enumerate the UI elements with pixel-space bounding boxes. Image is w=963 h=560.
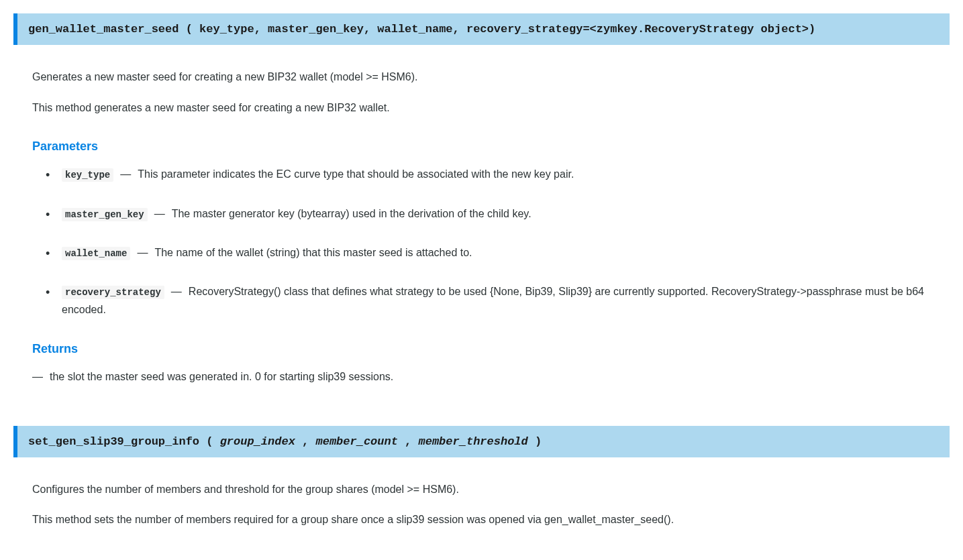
paren-open: ( <box>199 435 220 448</box>
function-summary: Generates a new master seed for creating… <box>32 68 936 86</box>
sig-default: <zymkey.RecoveryStrategy object> <box>590 23 809 36</box>
function-content: Generates a new master seed for creating… <box>13 68 950 386</box>
param-name: wallet_name <box>62 247 130 260</box>
sig-param: recovery_strategy <box>466 23 582 36</box>
sig-sep: , <box>453 23 466 36</box>
paren-close: ) <box>528 435 542 448</box>
param-name: master_gen_key <box>62 208 148 221</box>
returns-description: —the slot the master seed was generated … <box>32 368 936 386</box>
parameters-heading: Parameters <box>32 139 936 154</box>
parameter-item: master_gen_key—The master generator key … <box>46 205 936 223</box>
parameter-item: wallet_name—The name of the wallet (stri… <box>46 244 936 262</box>
mdash: — <box>32 371 43 382</box>
sig-sep: , <box>254 23 268 36</box>
sig-equals: = <box>582 23 589 36</box>
sig-param: member_count <box>315 435 397 448</box>
returns-heading: Returns <box>32 342 936 356</box>
function-signature: gen_wallet_master_seed ( key_type, maste… <box>13 13 950 45</box>
mdash: — <box>137 247 148 258</box>
mdash: — <box>171 286 182 297</box>
function-doc-block: gen_wallet_master_seed ( key_type, maste… <box>13 13 950 386</box>
function-name: set_gen_slip39_group_info <box>28 435 199 448</box>
parameter-item: key_type—This parameter indicates the EC… <box>46 166 936 183</box>
sig-param: key_type <box>199 23 254 36</box>
sig-param: wallet_name <box>377 23 452 36</box>
sig-sep: , <box>364 23 377 36</box>
returns-desc-text: the slot the master seed was generated i… <box>50 371 393 382</box>
function-name: gen_wallet_master_seed <box>28 23 179 36</box>
sig-param: member_threshold <box>419 435 528 448</box>
param-desc: RecoveryStrategy() class that defines wh… <box>62 286 924 315</box>
param-desc: The master generator key (bytearray) use… <box>172 208 531 219</box>
function-description: This method generates a new master seed … <box>32 99 936 117</box>
function-content: Configures the number of members and thr… <box>13 481 950 528</box>
sig-sep: , <box>398 435 419 448</box>
paren-open: ( <box>179 23 199 36</box>
param-name: key_type <box>62 168 113 182</box>
parameters-list: key_type—This parameter indicates the EC… <box>32 166 936 319</box>
function-signature: set_gen_slip39_group_info ( group_index … <box>13 426 950 457</box>
param-desc: The name of the wallet (string) that thi… <box>154 247 472 258</box>
sig-sep: , <box>295 435 316 448</box>
function-doc-block: set_gen_slip39_group_info ( group_index … <box>13 426 950 528</box>
mdash: — <box>120 168 131 180</box>
param-desc: This parameter indicates the EC curve ty… <box>138 168 574 180</box>
function-summary: Configures the number of members and thr… <box>32 481 936 498</box>
paren-close: ) <box>809 23 815 36</box>
mdash: — <box>154 208 165 219</box>
sig-param: group_index <box>220 435 295 448</box>
parameter-item: recovery_strategy—RecoveryStrategy() cla… <box>46 283 936 319</box>
param-name: recovery_strategy <box>62 286 164 299</box>
sig-param: master_gen_key <box>268 23 364 36</box>
function-description: This method sets the number of members r… <box>32 511 936 528</box>
